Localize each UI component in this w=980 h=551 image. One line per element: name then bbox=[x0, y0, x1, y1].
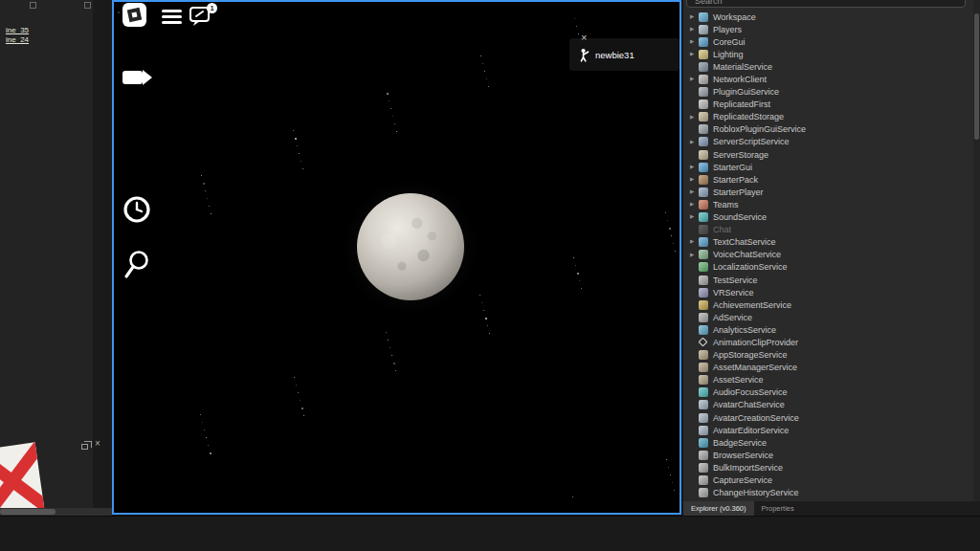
player-emote-icon bbox=[579, 48, 590, 62]
star bbox=[390, 108, 391, 109]
achievement-service-icon bbox=[699, 300, 708, 310]
notification-badge: 1 bbox=[207, 3, 217, 13]
expand-arrow-icon[interactable]: ▶ bbox=[690, 239, 699, 245]
explorer-item[interactable]: ▶ VRService bbox=[683, 286, 972, 298]
test-service-icon bbox=[699, 276, 708, 285]
expand-arrow-icon[interactable]: ▶ bbox=[690, 14, 699, 20]
expand-arrow-icon[interactable]: ▶ bbox=[690, 140, 699, 145]
star bbox=[303, 415, 304, 416]
star bbox=[576, 26, 577, 27]
scrollbar-thumb[interactable] bbox=[974, 13, 979, 140]
starter-pack-icon bbox=[699, 175, 708, 185]
explorer-item[interactable]: ▶ AdService bbox=[683, 311, 972, 323]
explorer-item[interactable]: ▶ TextChatService bbox=[683, 236, 972, 249]
explorer-item[interactable]: ▶ AssetManagerService bbox=[683, 362, 972, 374]
tab-explorer[interactable]: Explorer (v0.360) bbox=[683, 501, 754, 516]
explorer-item[interactable]: ▶ Chat bbox=[683, 224, 972, 236]
vertical-scrollbar[interactable] bbox=[973, 0, 980, 501]
explorer-item[interactable]: ▶ LocalizationService bbox=[683, 261, 972, 274]
explorer-item[interactable]: ▶ Players bbox=[683, 23, 972, 35]
explorer-item[interactable]: ▶ PluginGuiService bbox=[683, 86, 972, 99]
explorer-item[interactable]: ▶ CaptureService bbox=[683, 474, 972, 486]
search-input[interactable]: Search bbox=[686, 0, 966, 8]
explorer-item[interactable]: ▶ TestService bbox=[683, 274, 972, 286]
expand-arrow-icon[interactable]: ▶ bbox=[690, 253, 699, 258]
explorer-item[interactable]: ▶ AppStorageService bbox=[683, 349, 972, 362]
explorer-item[interactable]: ▶ StarterGui bbox=[683, 161, 972, 173]
capture-service-icon bbox=[699, 475, 708, 485]
explorer-item[interactable]: ▶ ReplicatedFirst bbox=[683, 99, 972, 111]
game-viewport[interactable]: 1 × newb bbox=[112, 0, 681, 515]
explorer-item[interactable]: ▶ StarterPack bbox=[683, 173, 972, 186]
float-window-icon[interactable] bbox=[81, 444, 88, 450]
explorer-item[interactable]: ▶ Lighting bbox=[683, 48, 972, 60]
explorer-item[interactable]: ▶ Workspace bbox=[683, 11, 972, 23]
explorer-item[interactable]: ▶ RobloxPluginGuiService bbox=[683, 123, 972, 136]
star bbox=[480, 55, 481, 56]
expand-arrow-icon[interactable]: ▶ bbox=[690, 115, 699, 121]
server-script-service-icon bbox=[699, 137, 708, 146]
avatar-creation-service-icon bbox=[699, 413, 708, 423]
explorer-item[interactable]: ▶ BrowserService bbox=[683, 449, 972, 461]
explorer-item[interactable]: ▶ AnalyticsService bbox=[683, 323, 972, 336]
explorer-item[interactable]: ▶ MaterialService bbox=[683, 60, 972, 73]
magnifier-icon[interactable] bbox=[122, 249, 151, 285]
explorer-item[interactable]: ▶ ReplicatedStorage bbox=[683, 111, 972, 123]
moon-texture bbox=[357, 193, 464, 300]
horizontal-scrollbar[interactable] bbox=[0, 508, 112, 516]
explorer-item[interactable]: ▶ AnimationClipProvider bbox=[683, 336, 972, 348]
close-icon[interactable]: × bbox=[581, 33, 587, 43]
star bbox=[673, 243, 674, 244]
player-list-overlay: × newbie31 bbox=[569, 38, 679, 71]
explorer-item[interactable]: ▶ ServerScriptService bbox=[683, 136, 972, 148]
star bbox=[672, 482, 673, 483]
mini-window-icon[interactable] bbox=[84, 2, 91, 9]
coregui-icon bbox=[699, 37, 708, 47]
explorer-item[interactable]: ▶ AudioFocusService bbox=[683, 386, 972, 399]
scrollbar-thumb[interactable] bbox=[0, 509, 56, 515]
dock-tab-bar: Explorer (v0.360) Properties bbox=[683, 501, 980, 516]
explorer-item[interactable]: ▶ BulkImportService bbox=[683, 461, 972, 474]
tab-properties[interactable]: Properties bbox=[754, 501, 802, 516]
explorer-item[interactable]: ▶ BadgeService bbox=[683, 436, 972, 449]
starter-player-icon bbox=[699, 187, 708, 197]
expand-arrow-icon[interactable]: ▶ bbox=[690, 177, 699, 183]
expand-arrow-icon[interactable]: ▶ bbox=[690, 52, 699, 57]
player-name: newbie31 bbox=[595, 50, 635, 60]
script-link[interactable]: ine_24 bbox=[6, 35, 29, 44]
explorer-item[interactable]: ▶ StarterPlayer bbox=[683, 186, 972, 198]
expand-arrow-icon[interactable]: ▶ bbox=[690, 189, 699, 195]
explorer-item[interactable]: ▶ NetworkClient bbox=[683, 73, 972, 85]
star bbox=[201, 175, 202, 176]
change-history-service-icon bbox=[699, 488, 708, 497]
expand-arrow-icon[interactable]: ▶ bbox=[690, 165, 699, 170]
star bbox=[297, 145, 298, 146]
expand-arrow-icon[interactable]: ▶ bbox=[690, 214, 699, 220]
left-dock-panel: ine_35 ine_24 × bbox=[0, 0, 112, 516]
video-camera-icon[interactable] bbox=[122, 69, 155, 88]
hamburger-menu-icon[interactable] bbox=[162, 10, 182, 27]
explorer-item[interactable]: ▶ AchievementService bbox=[683, 298, 972, 311]
explorer-item[interactable]: ▶ Teams bbox=[683, 198, 972, 210]
explorer-item[interactable]: ▶ ChangeHistoryService bbox=[683, 487, 972, 499]
explorer-item[interactable]: ▶ SoundService bbox=[683, 211, 972, 224]
explorer-item[interactable]: ▶ VoiceChatService bbox=[683, 249, 972, 261]
explorer-item[interactable]: ▶ CoreGui bbox=[683, 35, 972, 48]
script-link[interactable]: ine_35 bbox=[6, 26, 29, 34]
roblox-menu-button[interactable] bbox=[122, 3, 146, 27]
explorer-item[interactable]: ▶ AvatarChatService bbox=[683, 399, 972, 411]
close-icon[interactable]: × bbox=[95, 438, 100, 450]
expand-arrow-icon[interactable]: ▶ bbox=[690, 39, 699, 45]
clock-icon[interactable] bbox=[122, 194, 152, 229]
explorer-item[interactable]: ▶ AvatarCreationService bbox=[683, 411, 972, 424]
star bbox=[396, 131, 397, 132]
mini-window-icon[interactable] bbox=[30, 2, 36, 9]
expand-arrow-icon[interactable]: ▶ bbox=[690, 77, 699, 82]
expand-arrow-icon[interactable]: ▶ bbox=[690, 27, 699, 33]
explorer-item[interactable]: ▶ AvatarEditorService bbox=[683, 424, 972, 436]
explorer-item[interactable]: ▶ AssetService bbox=[683, 374, 972, 386]
chat-button[interactable]: 1 bbox=[189, 4, 217, 29]
star bbox=[483, 310, 484, 311]
expand-arrow-icon[interactable]: ▶ bbox=[690, 202, 699, 208]
explorer-item[interactable]: ▶ ServerStorage bbox=[683, 148, 972, 161]
